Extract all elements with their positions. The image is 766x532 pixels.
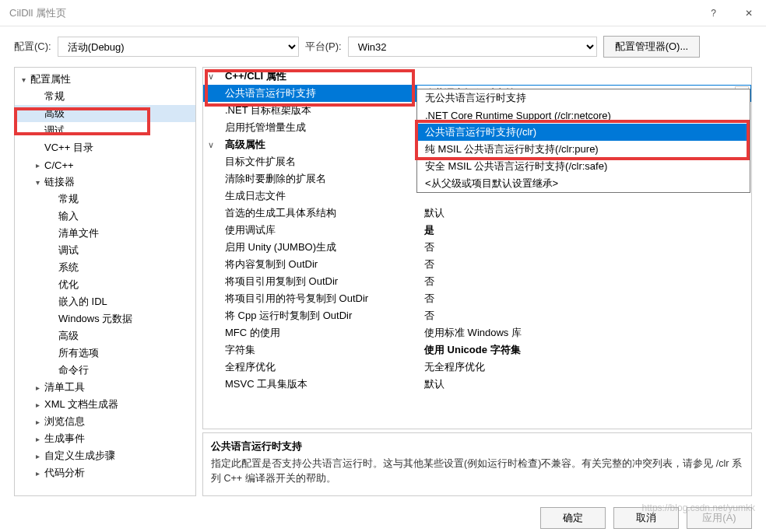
tree-item[interactable]: XML 文档生成器	[15, 396, 195, 413]
tree-item[interactable]: 系统	[15, 259, 195, 276]
tree-caret-icon[interactable]	[32, 401, 43, 409]
tree-caret-icon[interactable]	[32, 383, 43, 392]
prop-value: 默认	[416, 377, 751, 391]
dropdown-item[interactable]: 安全 MSIL 公共语言运行时支持(/clr:safe)	[417, 158, 750, 175]
tree-item[interactable]: 链接器	[15, 173, 195, 191]
tree-item-label: VC++ 目录	[43, 141, 93, 155]
prop-name: 目标文件扩展名	[219, 155, 416, 169]
tree-item[interactable]: 调试	[15, 122, 195, 139]
tree-item[interactable]: 生成事件	[15, 430, 195, 447]
platform-select[interactable]: Win32	[348, 37, 597, 57]
right-column: C++/CLI 属性 公共语言运行时支持 公共语言运行时支持(/clr) ⌄ 无…	[202, 67, 752, 496]
tree-item-label: 调试	[43, 124, 65, 138]
dialog-buttons: 确定 取消 应用(A)	[0, 501, 766, 532]
close-button[interactable]: ✕	[731, 2, 766, 25]
caret-icon[interactable]	[203, 140, 219, 150]
tree-item-label: 优化	[57, 278, 79, 292]
prop-value: 无全程序优化	[416, 360, 751, 374]
tree-item-label: 嵌入的 IDL	[57, 295, 107, 309]
prop-row[interactable]: 将 Cpp 运行时复制到 OutDir否	[203, 307, 751, 324]
tree-item[interactable]: Windows 元数据	[15, 310, 195, 327]
tree-item[interactable]: 高级	[15, 327, 195, 345]
platform-label: 平台(P):	[305, 40, 342, 54]
tree-item[interactable]: 代码分析	[15, 464, 195, 481]
tree-item[interactable]: 调试	[15, 242, 195, 259]
tree-item[interactable]: 命令行	[15, 362, 195, 379]
tree-item[interactable]: 常规	[15, 191, 195, 208]
dropdown-item[interactable]: 纯 MSIL 公共语言运行时支持(/clr:pure)	[417, 141, 750, 158]
tree-caret-icon[interactable]	[32, 435, 43, 443]
tree-item[interactable]: 高级	[15, 105, 195, 122]
description-title: 公共语言运行时支持	[211, 439, 743, 453]
prop-name: 使用调试库	[219, 223, 416, 237]
tree-item-label: 高级	[43, 107, 65, 121]
prop-group-header[interactable]: C++/CLI 属性	[203, 68, 751, 85]
prop-row[interactable]: 启用 Unity (JUMBO)生成否	[203, 239, 751, 256]
prop-row[interactable]: 将内容复制到 OutDir否	[203, 256, 751, 273]
tree-item[interactable]: 配置属性	[15, 71, 195, 88]
prop-row[interactable]: MSVC 工具集版本默认	[203, 376, 751, 393]
tree-caret-icon[interactable]	[32, 161, 43, 170]
config-label: 配置(C):	[14, 40, 51, 54]
tree-caret-icon[interactable]	[18, 75, 29, 84]
config-manager-button[interactable]: 配置管理器(O)...	[603, 36, 701, 58]
prop-value: 否	[416, 292, 751, 306]
tree-item-label: 自定义生成步骤	[43, 449, 115, 463]
prop-value: 是	[416, 223, 751, 237]
dropdown-item[interactable]: 公共语言运行时支持(/clr)	[417, 124, 750, 141]
properties-panel: C++/CLI 属性 公共语言运行时支持 公共语言运行时支持(/clr) ⌄ 无…	[202, 67, 752, 429]
tree-item[interactable]: 常规	[15, 88, 195, 105]
tree-caret-icon[interactable]	[32, 452, 43, 460]
tree-item[interactable]: 自定义生成步骤	[15, 447, 195, 464]
tree-item[interactable]: 输入	[15, 208, 195, 225]
tree-item-label: 配置属性	[29, 72, 71, 86]
prop-row[interactable]: 全程序优化无全程序优化	[203, 359, 751, 376]
tree-item[interactable]: 清单工具	[15, 379, 195, 396]
titlebar: CilDll 属性页 ? ✕	[0, 0, 766, 26]
description-body: 指定此配置是否支持公共语言运行时。这与其他某些设置(例如运行时检查)不兼容。有关…	[211, 457, 743, 486]
cancel-button[interactable]: 取消	[613, 507, 679, 529]
prop-row[interactable]: 将项目引用的符号复制到 OutDir否	[203, 290, 751, 307]
prop-name: 生成日志文件	[219, 189, 416, 203]
prop-row[interactable]: 首选的生成工具体系结构默认	[203, 205, 751, 222]
prop-row[interactable]: 将项目引用复制到 OutDir否	[203, 273, 751, 290]
tree-item-label: Windows 元数据	[57, 312, 132, 326]
ok-button[interactable]: 确定	[540, 507, 606, 529]
tree-item[interactable]: 清单文件	[15, 225, 195, 242]
caret-icon[interactable]	[203, 72, 219, 82]
tree-caret-icon[interactable]	[32, 469, 43, 478]
prop-value: 否	[416, 257, 751, 271]
tree-caret-icon[interactable]	[32, 178, 43, 187]
tree-item[interactable]: VC++ 目录	[15, 139, 195, 156]
tree-panel[interactable]: 配置属性常规高级调试VC++ 目录C/C++链接器常规输入清单文件调试系统优化嵌…	[14, 67, 196, 496]
prop-name: MFC 的使用	[219, 326, 416, 340]
config-select[interactable]: 活动(Debug)	[58, 37, 299, 57]
tree-item[interactable]: 浏览信息	[15, 413, 195, 430]
prop-row[interactable]: 字符集使用 Unicode 字符集	[203, 341, 751, 359]
tree-item[interactable]: 优化	[15, 276, 195, 293]
prop-row[interactable]: 使用调试库是	[203, 222, 751, 239]
dropdown-item[interactable]: <从父级或项目默认设置继承>	[417, 175, 750, 192]
tree-item[interactable]: 嵌入的 IDL	[15, 293, 195, 310]
dropdown-item[interactable]: 无公共语言运行时支持	[417, 89, 750, 107]
tree-item[interactable]: 所有选项	[15, 345, 195, 362]
tree-item-label: 高级	[57, 329, 79, 343]
tree-item-label: 系统	[57, 261, 79, 275]
description-panel: 公共语言运行时支持 指定此配置是否支持公共语言运行时。这与其他某些设置(例如运行…	[202, 432, 752, 496]
dropdown-item[interactable]: .NET Core Runtime Support (/clr:netcore)	[417, 107, 750, 124]
prop-value: 使用标准 Windows 库	[416, 326, 751, 340]
tree-item-label: 链接器	[43, 175, 75, 189]
help-button[interactable]: ?	[696, 2, 731, 25]
clr-dropdown[interactable]: 无公共语言运行时支持.NET Core Runtime Support (/cl…	[416, 89, 750, 193]
apply-button[interactable]: 应用(A)	[687, 507, 752, 529]
prop-name: 将项目引用复制到 OutDir	[219, 275, 416, 289]
tree-item-label: 清单工具	[43, 380, 85, 394]
prop-row[interactable]: MFC 的使用使用标准 Windows 库	[203, 324, 751, 341]
window-title: CilDll 属性页	[9, 6, 696, 20]
prop-name: 全程序优化	[219, 360, 416, 374]
tree-caret-icon[interactable]	[32, 418, 43, 426]
tree-item[interactable]: C/C++	[15, 156, 195, 173]
prop-value: 否	[416, 240, 751, 254]
tree-item-label: 清单文件	[57, 226, 99, 240]
tree-item-label: 输入	[57, 209, 79, 223]
